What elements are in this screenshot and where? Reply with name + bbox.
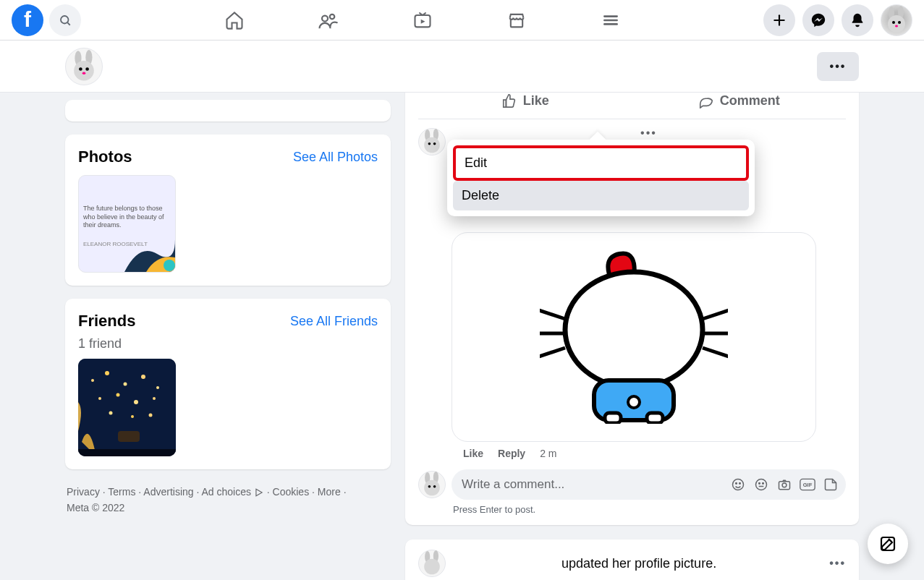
footer-privacy[interactable]: Privacy bbox=[67, 486, 100, 498]
svg-line-46 bbox=[540, 348, 565, 359]
bunny-avatar-icon bbox=[67, 50, 101, 83]
svg-point-24 bbox=[91, 379, 94, 382]
comment-like[interactable]: Like bbox=[463, 448, 483, 459]
footer-more[interactable]: More bbox=[309, 486, 341, 498]
next-post-avatar[interactable] bbox=[418, 550, 446, 577]
home-icon bbox=[224, 10, 245, 30]
hello-kitty-graphic bbox=[540, 250, 728, 424]
svg-point-58 bbox=[733, 479, 744, 490]
comment-options-menu: Edit Delete bbox=[447, 140, 755, 216]
like-button[interactable]: Like bbox=[418, 90, 632, 111]
comment-label: Comment bbox=[720, 93, 780, 108]
profile-more-button[interactable]: ••• bbox=[817, 52, 859, 81]
comment-button[interactable]: Comment bbox=[632, 90, 847, 111]
next-post-left: updated her profile picture. bbox=[418, 550, 716, 577]
svg-line-44 bbox=[540, 308, 565, 319]
svg-point-12 bbox=[888, 15, 905, 33]
bell-icon bbox=[849, 12, 865, 28]
top-nav-center bbox=[81, 2, 763, 38]
svg-point-50 bbox=[628, 396, 640, 408]
see-all-friends-link[interactable]: See All Friends bbox=[290, 314, 378, 329]
search-button[interactable] bbox=[49, 4, 81, 36]
menu-delete[interactable]: Delete bbox=[453, 181, 749, 210]
svg-text:GIF: GIF bbox=[803, 482, 813, 488]
emoji-icon[interactable] bbox=[753, 477, 769, 492]
svg-point-13 bbox=[892, 21, 895, 24]
marketplace-icon bbox=[506, 10, 527, 30]
svg-point-14 bbox=[898, 21, 901, 24]
enter-hint: Press Enter to post. bbox=[418, 500, 846, 515]
friends-icon bbox=[318, 9, 339, 31]
svg-point-70 bbox=[424, 559, 440, 575]
footer-links: PrivacyTermsAdvertisingAd choices Cookie… bbox=[65, 482, 391, 518]
svg-point-32 bbox=[153, 397, 156, 400]
svg-rect-37 bbox=[78, 449, 176, 456]
footer-terms[interactable]: Terms bbox=[100, 486, 136, 498]
footer-adchoices[interactable]: Ad choices bbox=[194, 486, 251, 498]
bunny-avatar-icon bbox=[419, 550, 445, 576]
friends-count: 1 friend bbox=[78, 336, 378, 351]
gif-icon[interactable]: GIF bbox=[800, 477, 815, 492]
svg-point-55 bbox=[424, 480, 440, 496]
comment-input[interactable]: Write a comment... GIF bbox=[452, 469, 846, 500]
like-label: Like bbox=[523, 93, 549, 108]
menu-icon bbox=[601, 11, 620, 30]
svg-point-19 bbox=[79, 67, 82, 71]
friend-thumbnail[interactable] bbox=[78, 359, 176, 456]
svg-point-56 bbox=[428, 485, 431, 488]
svg-point-31 bbox=[134, 400, 138, 404]
comment-time: 2 m bbox=[540, 448, 556, 459]
svg-rect-36 bbox=[118, 431, 140, 442]
menu-edit[interactable]: Edit bbox=[453, 145, 749, 181]
comment-placeholder: Write a comment... bbox=[462, 477, 564, 492]
svg-point-0 bbox=[61, 16, 69, 24]
svg-point-33 bbox=[109, 411, 113, 415]
nav-marketplace[interactable] bbox=[499, 2, 535, 38]
nav-menu[interactable] bbox=[593, 2, 629, 38]
svg-rect-51 bbox=[605, 413, 621, 423]
svg-point-61 bbox=[756, 479, 767, 490]
comment-reply[interactable]: Reply bbox=[498, 448, 525, 459]
comment-row: ••• Edit Delete bbox=[418, 119, 846, 459]
footer-meta: Meta © 2022 bbox=[67, 502, 124, 513]
compose-icon bbox=[879, 535, 897, 553]
sticker-icon[interactable] bbox=[823, 477, 839, 492]
account-avatar[interactable] bbox=[881, 4, 912, 36]
svg-point-60 bbox=[739, 483, 741, 485]
facebook-logo[interactable]: f bbox=[12, 4, 43, 36]
facebook-logo-letter: f bbox=[24, 7, 31, 32]
top-nav-left: f bbox=[12, 4, 81, 36]
camera-icon[interactable] bbox=[776, 477, 792, 492]
nav-friends[interactable] bbox=[310, 2, 347, 38]
footer-cookies[interactable]: Cookies bbox=[264, 486, 309, 498]
content-area: Photos See All Photos The future belongs… bbox=[0, 93, 924, 580]
comment-actions: Like Reply 2 m bbox=[452, 442, 846, 459]
avatar-sticker-icon[interactable] bbox=[730, 477, 746, 492]
search-icon bbox=[59, 14, 72, 27]
nav-home[interactable] bbox=[216, 2, 253, 38]
next-post-more[interactable]: ••• bbox=[829, 557, 846, 570]
notifications-button[interactable] bbox=[842, 4, 873, 36]
svg-point-34 bbox=[131, 415, 134, 418]
svg-point-2 bbox=[322, 15, 328, 21]
post-card: Like Comment ••• Edit Delete bbox=[405, 85, 859, 525]
svg-rect-71 bbox=[881, 537, 894, 550]
messenger-icon bbox=[810, 12, 826, 28]
my-avatar[interactable] bbox=[418, 471, 446, 498]
see-all-photos-link[interactable]: See All Photos bbox=[293, 150, 378, 165]
nav-watch[interactable] bbox=[404, 2, 441, 38]
svg-point-43 bbox=[565, 272, 703, 388]
svg-line-1 bbox=[67, 22, 69, 25]
compose-fab[interactable] bbox=[868, 524, 908, 564]
profile-avatar-small[interactable] bbox=[65, 48, 103, 85]
left-column: Photos See All Photos The future belongs… bbox=[65, 93, 391, 580]
bunny-avatar-icon bbox=[419, 472, 445, 498]
svg-point-59 bbox=[736, 483, 737, 485]
messenger-button[interactable] bbox=[802, 4, 834, 36]
create-button[interactable] bbox=[763, 4, 795, 36]
commenter-avatar[interactable] bbox=[418, 128, 446, 155]
photo-thumbnail[interactable]: The future belongs to those who believe … bbox=[78, 175, 176, 273]
svg-point-57 bbox=[433, 485, 436, 488]
comment-image-bubble[interactable] bbox=[452, 232, 816, 442]
footer-advertising[interactable]: Advertising bbox=[135, 486, 193, 498]
